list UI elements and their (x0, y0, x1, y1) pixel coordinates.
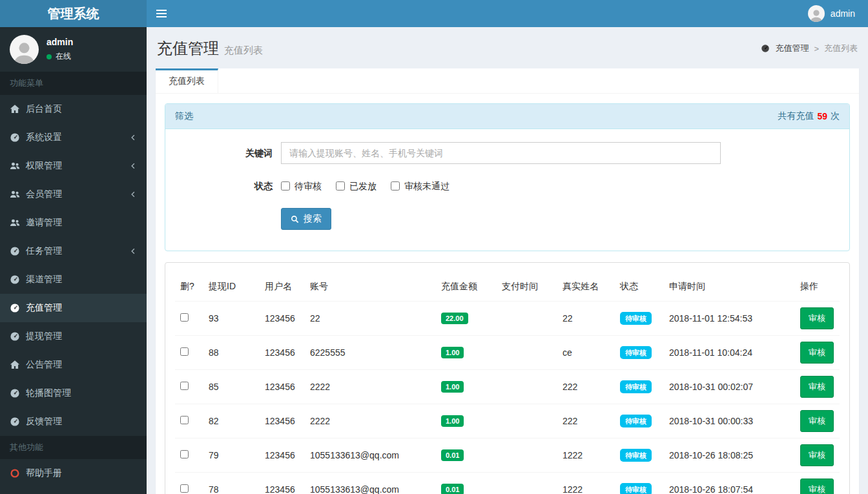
approve-button[interactable]: 审核 (800, 342, 834, 364)
dashboard-icon (10, 246, 20, 256)
cell-account: 1055133613@qq.com (305, 438, 436, 473)
keyword-input[interactable] (281, 142, 721, 164)
sidebar-toggle-button[interactable] (147, 0, 176, 27)
dashboard-icon (10, 132, 20, 143)
online-status-label: 在线 (56, 51, 71, 62)
tab-box: 充值列表 筛选 共有充值 59 次 关键词 (156, 68, 859, 494)
cell-amount: 0.01 (436, 438, 497, 473)
status-badge: 待审核 (620, 415, 652, 427)
sidebar-item-channel[interactable]: 渠道管理 (0, 265, 147, 294)
chevron-left-icon (129, 190, 137, 198)
cell-status: 待审核 (615, 438, 664, 473)
sidebar-item-member[interactable]: 会员管理 (0, 180, 147, 209)
app-logo[interactable]: 管理系统 (0, 0, 147, 27)
table-header-row: 删?提现ID用户名账号充值金额支付时间真实姓名状态申请时间操作 (175, 273, 840, 302)
search-button[interactable]: 搜索 (281, 208, 331, 230)
cell-username: 123456 (260, 404, 305, 438)
row-select-checkbox[interactable] (180, 313, 189, 322)
sidebar-item-withdraw[interactable]: 提现管理 (0, 322, 147, 351)
cell-action: 审核 (795, 302, 840, 336)
cell-withdraw-id: 88 (203, 336, 260, 370)
row-select-checkbox[interactable] (180, 347, 189, 356)
sidebar-item-label: 邀请管理 (26, 217, 62, 229)
amount-badge: 1.00 (441, 381, 464, 393)
tab-bar: 充值列表 (156, 68, 859, 94)
breadcrumb-current: 充值列表 (824, 43, 858, 54)
cell-status: 待审核 (615, 336, 664, 370)
cell-pay-time (497, 473, 557, 494)
row-select-checkbox[interactable] (180, 382, 189, 390)
row-select-checkbox[interactable] (180, 416, 189, 424)
breadcrumb-root-link[interactable]: 充值管理 (775, 43, 809, 54)
sidebar-section-header: 功能菜单 (0, 72, 147, 95)
status-option-checkbox[interactable] (281, 181, 290, 190)
dashboard-icon (10, 388, 20, 398)
cell-action: 审核 (795, 370, 840, 404)
home-icon (10, 360, 20, 370)
tab-content: 筛选 共有充值 59 次 关键词 (156, 94, 859, 494)
cell-withdraw-id: 85 (203, 370, 260, 404)
sidebar-item-system-settings[interactable]: 系统设置 (0, 123, 147, 152)
approve-button[interactable]: 审核 (800, 444, 834, 466)
sidebar-item-help-manual[interactable]: 帮助手册 (0, 459, 147, 488)
row-select-checkbox[interactable] (180, 450, 189, 458)
cell-select (175, 473, 203, 494)
sidebar-item-label: 任务管理 (26, 245, 62, 257)
navbar-user-menu[interactable]: admin (795, 0, 868, 27)
chevron-left-icon (129, 134, 137, 141)
approve-button[interactable]: 审核 (800, 376, 834, 398)
cell-select (175, 370, 203, 404)
sidebar-user-name: admin (46, 37, 73, 47)
sidebar-item-label: 后台首页 (26, 103, 62, 115)
column-header-2: 提现ID (203, 273, 260, 302)
sidebar-item-recharge[interactable]: 充值管理 (0, 294, 147, 322)
status-option-label: 审核未通过 (404, 180, 450, 192)
hamburger-icon (156, 10, 167, 17)
sidebar-item-task[interactable]: 任务管理 (0, 237, 147, 265)
cell-username: 123456 (260, 438, 305, 473)
cell-select (175, 404, 203, 438)
sidebar-item-home[interactable]: 后台首页 (0, 95, 147, 123)
row-select-checkbox[interactable] (180, 484, 189, 493)
user-avatar-icon (10, 35, 39, 64)
sidebar-item-label: 公告管理 (26, 359, 62, 371)
tab-recharge-list[interactable]: 充值列表 (156, 68, 218, 93)
cell-apply-time: 2018-10-26 18:07:54 (664, 473, 795, 494)
cell-apply-time: 2018-11-01 10:04:24 (664, 336, 795, 370)
user-avatar-icon (808, 5, 825, 22)
sidebar-item-announcement[interactable]: 公告管理 (0, 351, 147, 379)
sidebar-menu: 功能菜单后台首页系统设置权限管理会员管理邀请管理任务管理渠道管理充值管理提现管理… (0, 72, 147, 488)
status-option-checkbox[interactable] (336, 181, 345, 190)
cell-withdraw-id: 79 (203, 438, 260, 473)
cell-status: 待审核 (615, 370, 664, 404)
chevron-left-icon (129, 162, 137, 170)
table-row: 781234561055133613@qq.com0.011222待审核2018… (175, 473, 840, 494)
sidebar-user-panel: admin 在线 (0, 27, 147, 72)
status-option-3[interactable]: 审核未通过 (391, 180, 450, 192)
status-option-checkbox[interactable] (391, 181, 400, 190)
sidebar-item-permission[interactable]: 权限管理 (0, 152, 147, 180)
amount-badge: 1.00 (441, 415, 464, 427)
filter-panel-heading: 筛选 共有充值 59 次 (165, 104, 849, 129)
cell-real-name: 1222 (557, 438, 615, 473)
cell-select (175, 302, 203, 336)
amount-badge: 0.01 (441, 449, 464, 461)
cell-account: 2222 (305, 404, 436, 438)
cell-account: 1055133613@qq.com (305, 473, 436, 494)
sidebar-user-status[interactable]: 在线 (46, 51, 73, 62)
status-option-2[interactable]: 已发放 (336, 180, 377, 192)
page-title: 充值管理充值列表 (157, 38, 263, 59)
filter-panel: 筛选 共有充值 59 次 关键词 (165, 103, 850, 251)
sidebar-item-invite[interactable]: 邀请管理 (0, 209, 147, 237)
column-header-3: 用户名 (260, 273, 305, 302)
cell-select (175, 438, 203, 473)
approve-button[interactable]: 审核 (800, 479, 834, 494)
sidebar-item-feedback[interactable]: 反馈管理 (0, 407, 147, 436)
users-icon (10, 218, 20, 228)
sidebar-item-carousel[interactable]: 轮播图管理 (0, 379, 147, 407)
status-option-1[interactable]: 待审核 (281, 180, 322, 192)
approve-button[interactable]: 审核 (800, 410, 834, 432)
approve-button[interactable]: 审核 (800, 307, 834, 329)
cell-account: 6225555 (305, 336, 436, 370)
online-status-icon (46, 54, 52, 59)
